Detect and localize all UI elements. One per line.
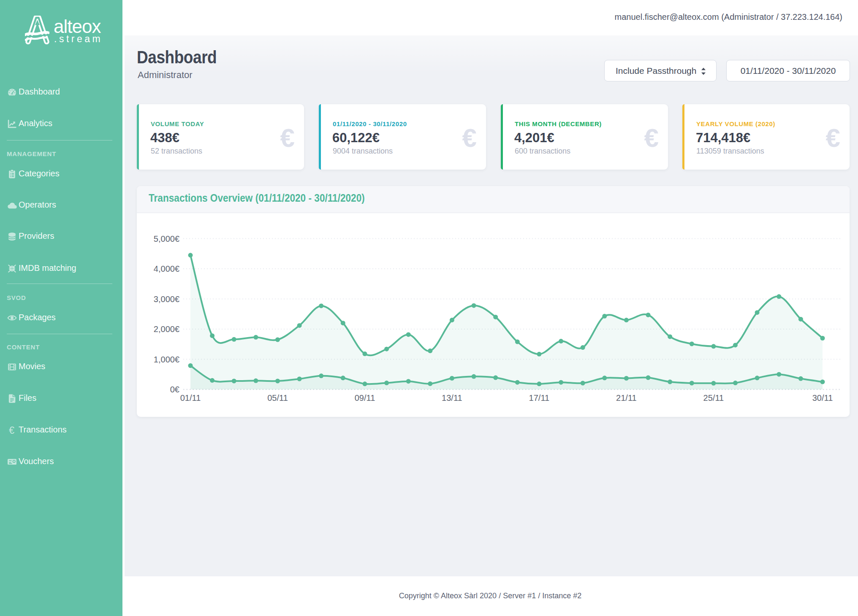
svg-text:€: € — [9, 425, 14, 435]
svg-text:05/11: 05/11 — [267, 393, 288, 403]
svg-text:4,000€: 4,000€ — [154, 264, 179, 273]
svg-text:30/11: 30/11 — [812, 393, 833, 403]
svg-text:17/11: 17/11 — [529, 393, 550, 403]
svg-text:09/11: 09/11 — [355, 393, 375, 403]
svg-text:25/11: 25/11 — [703, 393, 724, 403]
svg-text:13/11: 13/11 — [442, 393, 462, 403]
svg-text:21/11: 21/11 — [616, 393, 637, 403]
svg-text:3,000€: 3,000€ — [154, 294, 179, 304]
svg-text:0€: 0€ — [170, 385, 179, 394]
svg-text:5,000€: 5,000€ — [154, 234, 179, 243]
svg-text:2,000€: 2,000€ — [154, 324, 179, 334]
svg-text:01/11: 01/11 — [180, 393, 201, 403]
svg-text:1,000€: 1,000€ — [154, 355, 179, 364]
